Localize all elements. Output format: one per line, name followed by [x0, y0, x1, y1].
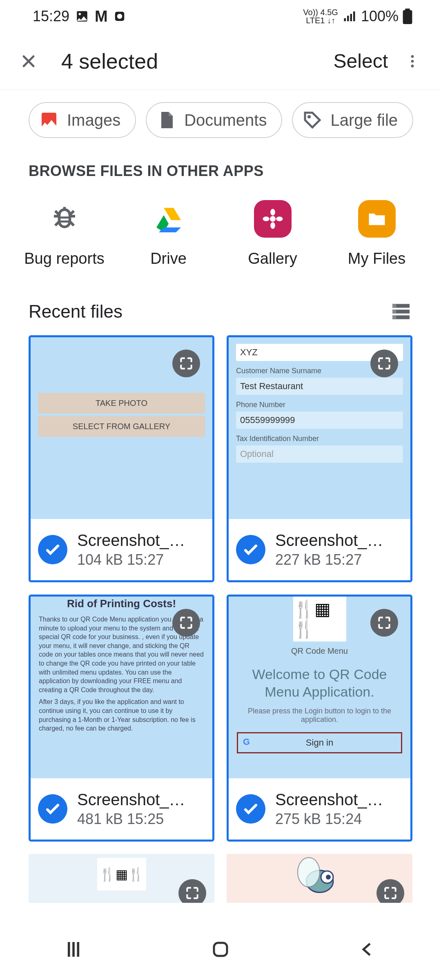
svg-point-13 [270, 222, 275, 229]
expand-icon[interactable] [172, 350, 200, 377]
svg-rect-20 [392, 310, 396, 313]
thumbnail: Rid of Printing Costs! Thanks to our QR … [31, 597, 212, 778]
file-info: Screenshot_… 481 kB 15:25 [31, 778, 212, 840]
thumb-text: SELECT FROM GALLERY [38, 416, 205, 437]
selected-check-icon[interactable] [236, 535, 265, 564]
svg-point-12 [270, 209, 275, 216]
m-icon: M [95, 8, 108, 25]
qr-icon: 🍴▦🍴 [293, 597, 346, 641]
select-button[interactable]: Select [334, 50, 388, 72]
thumb-text: Optional [236, 445, 403, 463]
selected-check-icon[interactable] [38, 535, 67, 564]
document-icon [156, 110, 176, 130]
svg-point-10 [307, 115, 311, 118]
back-button[interactable] [351, 933, 384, 966]
battery-icon [403, 9, 412, 24]
chip-large-files[interactable]: Large file [292, 102, 413, 138]
file-name: Screenshot_… [77, 791, 185, 809]
recents-button[interactable] [57, 933, 90, 966]
chip-documents[interactable]: Documents [146, 102, 282, 138]
svg-rect-21 [392, 315, 396, 319]
net-line1: Vo)) 4.5G [303, 8, 338, 17]
gallery-icon [254, 200, 292, 238]
file-info: Screenshot_… 104 kB 15:27 [31, 519, 212, 580]
expand-icon[interactable] [370, 350, 398, 377]
app-bug-reports[interactable]: Bug reports [24, 200, 105, 267]
thumb-text: Test Restaurant [236, 378, 403, 395]
overflow-menu-button[interactable] [400, 49, 425, 74]
battery-label: 100% [361, 8, 399, 25]
fly-illustration [287, 854, 352, 903]
thumb-text: GSign in [237, 732, 402, 753]
browse-section-title: BROWSE FILES IN OTHER APPS [0, 150, 441, 192]
app-label: Bug reports [24, 250, 104, 267]
status-bar: 15:29 M Vo)) 4.5G LTE1 ↓↑ 100% [0, 0, 441, 33]
image-icon [75, 9, 89, 23]
file-name: Screenshot_… [275, 791, 383, 809]
file-card-peek[interactable]: 🍴▦🍴 [29, 854, 214, 903]
app-bar: 4 selected Select [0, 33, 441, 90]
file-info: Screenshot_… 227 kB 15:27 [229, 519, 410, 580]
system-nav-bar [0, 919, 441, 980]
file-card[interactable]: TAKE PHOTO SELECT FROM GALLERY Screensho… [29, 335, 214, 582]
file-info: Screenshot_… 275 kB 15:24 [229, 778, 410, 840]
file-card[interactable]: 🍴▦🍴 QR Code Menu Welcome to QR Code Menu… [227, 595, 412, 842]
selected-check-icon[interactable] [38, 794, 67, 824]
recent-header: Recent files [0, 292, 441, 335]
file-card[interactable]: Rid of Printing Costs! Thanks to our QR … [29, 595, 214, 842]
svg-point-15 [276, 216, 283, 221]
clock-icon [114, 10, 126, 22]
thumb-text: Please press the Login button to login t… [237, 707, 402, 724]
recent-title: Recent files [29, 301, 122, 322]
file-card[interactable]: XYZ Customer Name Surname Test Restauran… [227, 335, 412, 582]
home-button[interactable] [204, 933, 237, 966]
app-drive[interactable]: Drive [128, 200, 209, 267]
filter-chip-row: Images Documents Large file [0, 90, 441, 150]
expand-icon[interactable] [370, 609, 398, 637]
selected-check-icon[interactable] [236, 794, 265, 824]
app-my-files[interactable]: My Files [336, 200, 418, 267]
net-line2: LTE1 ↓↑ [306, 16, 335, 25]
drive-icon [150, 200, 187, 238]
thumbnail: XYZ Customer Name Surname Test Restauran… [229, 337, 410, 519]
file-grid: TAKE PHOTO SELECT FROM GALLERY Screensho… [0, 335, 441, 842]
svg-rect-26 [214, 943, 227, 956]
expand-icon[interactable] [172, 609, 200, 637]
svg-point-25 [326, 875, 331, 880]
image-icon [39, 110, 59, 130]
chip-label: Images [67, 111, 120, 129]
app-gallery[interactable]: Gallery [232, 200, 314, 267]
chip-images[interactable]: Images [29, 102, 136, 138]
tag-icon [303, 110, 322, 130]
svg-point-14 [263, 216, 269, 221]
folder-icon [358, 200, 396, 238]
close-button[interactable] [16, 49, 41, 74]
list-view-toggle[interactable] [390, 300, 412, 323]
signal-icon [342, 9, 357, 24]
file-meta: 481 kB 15:25 [77, 811, 185, 828]
bug-icon [46, 200, 83, 238]
file-meta: 104 kB 15:27 [77, 551, 185, 568]
app-label: My Files [348, 250, 405, 267]
svg-point-8 [411, 65, 414, 67]
status-left: 15:29 M [33, 8, 126, 25]
svg-rect-5 [405, 9, 410, 11]
thumb-text: TAKE PHOTO [38, 393, 205, 414]
svg-point-1 [79, 13, 81, 16]
chip-label: Large file [330, 111, 398, 129]
expand-icon[interactable] [178, 879, 206, 903]
page-title: 4 selected [61, 49, 158, 74]
svg-point-11 [270, 216, 276, 222]
svg-point-7 [411, 60, 414, 62]
thumb-text: Tax Identification Number [236, 434, 403, 443]
app-row: Bug reports Drive Gallery My Files [0, 192, 441, 292]
expand-icon[interactable] [376, 879, 404, 903]
file-name: Screenshot_… [77, 531, 185, 550]
file-card-peek[interactable] [227, 854, 412, 903]
thumbnail: TAKE PHOTO SELECT FROM GALLERY [31, 337, 212, 519]
thumb-text: 05559999999 [236, 412, 403, 429]
svg-point-3 [117, 14, 122, 19]
thumb-text: Phone Number [236, 401, 403, 409]
app-label: Drive [150, 250, 187, 267]
svg-rect-19 [392, 304, 396, 307]
